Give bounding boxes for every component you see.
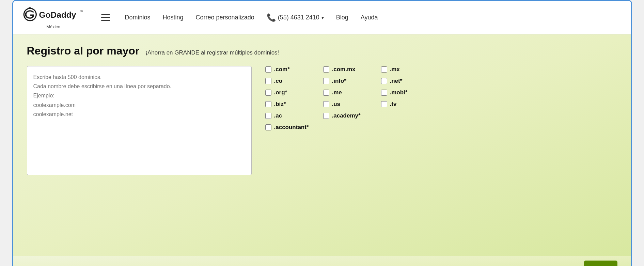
checkbox-row-4: .biz* .us .tv	[265, 101, 617, 108]
checkbox-commx[interactable]	[323, 66, 329, 73]
phone-number: (55) 4631 2410	[278, 14, 319, 21]
checkbox-academy[interactable]	[323, 113, 329, 119]
checkbox-row-6: .accountant*	[265, 124, 617, 131]
content-row: .com* .com.mx .mx .co	[27, 66, 617, 175]
checkbox-mx[interactable]	[381, 66, 387, 73]
checkbox-net[interactable]	[381, 78, 387, 84]
checkbox-com[interactable]	[265, 66, 271, 73]
checkbox-item-commx[interactable]: .com.mx	[323, 66, 367, 73]
checkbox-row-1: .com* .com.mx .mx	[265, 66, 617, 73]
svg-text:GoDaddy: GoDaddy	[39, 10, 76, 19]
checkbox-label-tv: .tv	[390, 101, 397, 108]
checkbox-tv[interactable]	[381, 101, 387, 107]
checkbox-info[interactable]	[323, 78, 329, 84]
phone-icon: 📞	[267, 13, 276, 22]
checkbox-item-info[interactable]: .info*	[323, 78, 367, 84]
checkbox-item-accountant[interactable]: .accountant*	[265, 124, 310, 131]
page-title: Registro al por mayor	[27, 45, 140, 57]
godaddy-logo: GoDaddy ™	[23, 6, 84, 24]
checkbox-item-com[interactable]: .com*	[265, 66, 310, 73]
checkbox-label-mx: .mx	[390, 66, 400, 73]
checkbox-row-2: .co .info* .net*	[265, 78, 617, 84]
checkbox-us[interactable]	[323, 101, 329, 107]
hamburger-menu-icon[interactable]	[100, 13, 111, 22]
checkbox-biz[interactable]	[265, 101, 271, 107]
nav-item-correo[interactable]: Correo personalizado	[196, 14, 254, 21]
checkbox-label-us: .us	[332, 101, 341, 108]
checkbox-item-org[interactable]: .org*	[265, 89, 310, 96]
checkbox-row-3: .org* .me .mobi*	[265, 89, 617, 96]
checkboxes-area: .com* .com.mx .mx .co	[265, 66, 617, 131]
checkbox-label-me: .me	[332, 89, 342, 96]
checkbox-item-biz[interactable]: .biz*	[265, 101, 310, 108]
browser-frame: GoDaddy ™ México Dominios Hosting Correo…	[12, 0, 632, 266]
checkbox-item-ac[interactable]: .ac	[265, 112, 310, 119]
checkbox-item-mobi[interactable]: .mobi*	[381, 89, 425, 96]
ir-button[interactable]: IR	[584, 261, 617, 266]
phone-area[interactable]: 📞 (55) 4631 2410 ▾	[267, 13, 324, 22]
checkbox-accountant[interactable]	[265, 124, 271, 130]
main-nav: Dominios Hosting Correo personalizado 📞 …	[125, 13, 622, 22]
checkbox-row-5: .ac .academy*	[265, 112, 617, 119]
textarea-wrapper	[27, 66, 252, 175]
checkbox-label-info: .info*	[332, 78, 347, 84]
checkbox-label-co: .co	[274, 78, 283, 84]
footer-bar: Busqueda individual • Transferir ICANN A…	[13, 256, 631, 266]
checkbox-me[interactable]	[323, 90, 329, 96]
nav-item-hosting[interactable]: Hosting	[163, 14, 184, 21]
checkbox-item-me[interactable]: .me	[323, 89, 367, 96]
page-subtitle: ¡Ahorra en GRANDE al registrar múltiples…	[145, 49, 279, 56]
checkbox-item-tv[interactable]: .tv	[381, 101, 425, 108]
checkbox-label-biz: .biz*	[274, 101, 286, 108]
svg-text:™: ™	[80, 10, 83, 13]
checkbox-label-academy: .academy*	[332, 112, 361, 119]
checkbox-item-academy[interactable]: .academy*	[323, 112, 367, 119]
checkbox-label-accountant: .accountant*	[274, 124, 309, 131]
checkbox-label-ac: .ac	[274, 112, 282, 119]
nav-item-ayuda[interactable]: Ayuda	[361, 14, 378, 21]
checkbox-label-net: .net*	[390, 78, 403, 84]
checkbox-item-mx[interactable]: .mx	[381, 66, 425, 73]
checkbox-mobi[interactable]	[381, 90, 387, 96]
domain-textarea[interactable]	[27, 66, 252, 175]
checkbox-item-net[interactable]: .net*	[381, 78, 425, 84]
checkbox-label-mobi: .mobi*	[390, 89, 408, 96]
nav-item-dominios[interactable]: Dominios	[125, 14, 151, 21]
checkbox-ac[interactable]	[265, 113, 271, 119]
checkbox-label-org: .org*	[274, 89, 287, 96]
title-row: Registro al por mayor ¡Ahorra en GRANDE …	[27, 45, 617, 57]
main-content: Registro al por mayor ¡Ahorra en GRANDE …	[13, 34, 631, 256]
checkbox-label-com: .com*	[274, 66, 290, 73]
checkbox-org[interactable]	[265, 90, 271, 96]
checkbox-co[interactable]	[265, 78, 271, 84]
checkbox-item-us[interactable]: .us	[323, 101, 367, 108]
chevron-down-icon: ▾	[321, 15, 324, 20]
logo-region: México	[46, 24, 60, 29]
nav-item-blog[interactable]: Blog	[336, 14, 348, 21]
checkbox-item-co[interactable]: .co	[265, 78, 310, 84]
header: GoDaddy ™ México Dominios Hosting Correo…	[13, 1, 631, 34]
checkbox-label-commx: .com.mx	[332, 66, 356, 73]
logo-area: GoDaddy ™ México	[23, 6, 84, 29]
